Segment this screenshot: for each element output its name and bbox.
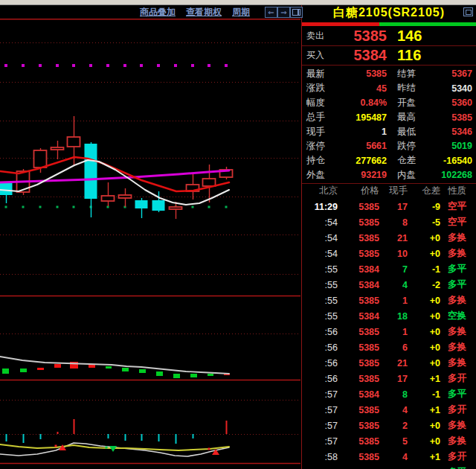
split-window-button[interactable] xyxy=(290,7,303,18)
contract-title-row: 白糖2105(SR2105) xyxy=(302,4,476,22)
popout-window-icon[interactable] xyxy=(463,7,473,16)
tick-time: :58 xyxy=(302,452,338,462)
stat-label: 仓差 xyxy=(387,154,428,167)
tick-time: :56 xyxy=(302,374,338,384)
tick-time: :55 xyxy=(302,264,338,275)
tick-row: :5853844-1多平 xyxy=(302,465,476,469)
tick-price: 5385 xyxy=(338,217,379,228)
menu-item-overlay-commodity[interactable]: 商品叠加 xyxy=(140,6,176,19)
tick-oi-diff: +1 xyxy=(408,405,440,415)
tick-time: :54 xyxy=(302,233,338,243)
kline-chart[interactable] xyxy=(0,0,301,469)
stat-value: 5385 xyxy=(339,68,387,79)
tick-nature: 多平 xyxy=(440,388,476,401)
tick-nature: 多平 xyxy=(440,278,476,291)
tick-volume: 1 xyxy=(379,296,408,306)
tick-nature: 多换 xyxy=(440,419,476,432)
tick-time: :55 xyxy=(302,280,338,290)
ask-label: 卖出 xyxy=(302,30,333,42)
tick-oi-diff: -1 xyxy=(408,264,440,275)
tick-time: :57 xyxy=(302,436,338,447)
stat-label: 涨跌 xyxy=(302,82,339,95)
tick-nature: 多换 xyxy=(440,325,476,338)
tick-list: 11:29538517-9空平:5453858-5空平:54538521+0多换… xyxy=(302,199,476,469)
tick-nature: 多换 xyxy=(440,435,476,447)
tick-nature: 多换 xyxy=(440,294,476,307)
tick-price: 5384 xyxy=(338,264,379,275)
trading-terminal: 商品叠加 查看期权 周期 ⇐ ⇒ 白糖2105(SR2105) 卖出 5385 … xyxy=(0,0,476,469)
stat-label: 涨停 xyxy=(302,140,339,153)
tick-oi-diff: +0 xyxy=(408,358,440,368)
bid-row: 买入 5384 116 xyxy=(302,46,476,66)
tick-nature: 多开 xyxy=(440,450,476,463)
ratio-red-segment xyxy=(302,22,379,26)
tick-row: :5553847-1多平 xyxy=(302,261,476,277)
tick-time: :57 xyxy=(302,421,338,431)
quote-stat-row: 最新5385结算5367 xyxy=(302,67,476,81)
quote-stat-row: 涨跌45昨结5340 xyxy=(302,81,476,95)
tick-row: :5653851+0多换 xyxy=(302,324,476,339)
tick-nature: 多开 xyxy=(440,372,476,385)
tick-price: 5385 xyxy=(338,452,379,462)
stat-value: 5367 xyxy=(428,68,476,79)
tick-row: :5553851+0多换 xyxy=(302,293,476,308)
tick-nature: 多换 xyxy=(440,357,476,369)
tick-row: :54538521+0多换 xyxy=(302,230,476,246)
menu-item-period[interactable]: 周期 xyxy=(232,6,250,19)
tick-volume: 8 xyxy=(379,217,408,228)
quote-stat-row: 持仓277662仓差-16540 xyxy=(302,153,476,168)
tick-price: 5384 xyxy=(338,280,379,290)
tick-nature: 多换 xyxy=(440,341,476,354)
stat-value: 5019 xyxy=(428,141,476,151)
stat-value: 45 xyxy=(339,83,387,94)
tick-price: 5385 xyxy=(338,327,379,337)
next-arrow-button[interactable]: ⇒ xyxy=(277,7,290,18)
quote-stats-grid: 最新5385结算5367涨跌45昨结5340幅度0.84%开盘5360总手195… xyxy=(302,66,476,184)
tick-volume: 7 xyxy=(379,264,408,275)
tick-volume: 2 xyxy=(379,421,408,431)
tick-nature: 空平 xyxy=(440,200,476,213)
quote-stat-row: 幅度0.84%开盘5360 xyxy=(302,96,476,110)
tick-row: :5753854+1多开 xyxy=(302,402,476,418)
tick-volume: 6 xyxy=(379,342,408,353)
tick-volume: 4 xyxy=(379,280,408,290)
contract-title: 白糖2105(SR2105) xyxy=(333,5,445,21)
window-title-bar xyxy=(0,0,476,5)
tick-nature: 多换 xyxy=(440,247,476,260)
quote-stat-row: 涨停5661跌停5019 xyxy=(302,139,476,153)
tick-time: 11:29 xyxy=(302,202,338,212)
tick-time: :57 xyxy=(302,389,338,400)
tick-volume: 10 xyxy=(379,249,408,259)
tick-price: 5385 xyxy=(338,405,379,415)
left-arrow-icon: ⇐ xyxy=(268,8,274,16)
ask-price: 5385 xyxy=(333,28,387,45)
tick-price: 5385 xyxy=(338,342,379,353)
ratio-green-segment xyxy=(379,22,476,26)
prev-arrow-button[interactable]: ⇐ xyxy=(265,7,277,18)
ask-qty: 146 xyxy=(397,28,422,45)
tick-price: 5384 xyxy=(338,311,379,322)
tick-time: :55 xyxy=(302,311,338,322)
stat-value: 5661 xyxy=(339,141,387,151)
tick-oi-diff: +0 xyxy=(408,436,440,447)
tick-volume: 8 xyxy=(379,389,408,400)
tick-oi-diff: +1 xyxy=(408,374,440,384)
tick-volume: 1 xyxy=(379,327,408,337)
tick-price: 5385 xyxy=(338,233,379,243)
tick-header-cell: 北京 xyxy=(302,185,338,197)
stat-value: 5385 xyxy=(428,112,476,123)
stat-value: 277662 xyxy=(339,156,387,166)
tick-oi-diff: +0 xyxy=(408,421,440,431)
tick-oi-diff: +0 xyxy=(408,327,440,337)
tick-price: 5385 xyxy=(338,202,379,212)
quote-stat-row: 总手195487最高5385 xyxy=(302,110,476,124)
tick-table-header: 北京价格现手仓差性质 xyxy=(302,184,476,199)
stat-label: 内盘 xyxy=(387,169,428,182)
stat-value: 5346 xyxy=(428,127,476,137)
tick-price: 5385 xyxy=(338,296,379,306)
stat-value: 102268 xyxy=(428,170,476,180)
tick-header-cell: 仓差 xyxy=(408,185,440,197)
stat-label: 幅度 xyxy=(302,97,339,109)
tick-row: :5753848-1多平 xyxy=(302,386,476,402)
menu-item-view-options[interactable]: 查看期权 xyxy=(186,6,222,19)
